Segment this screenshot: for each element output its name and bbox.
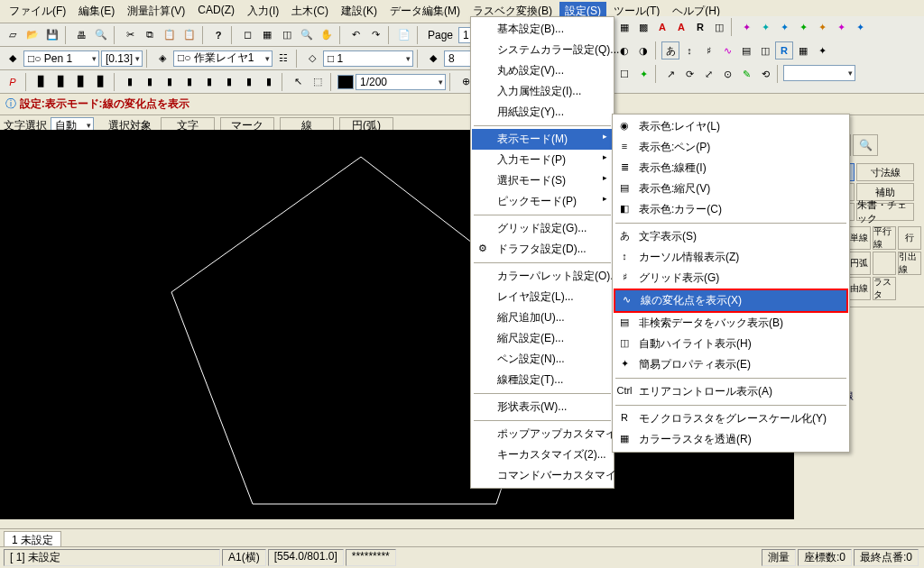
win-icon[interactable]: ▦ [258, 26, 276, 44]
r2-6-icon[interactable]: ∿ [718, 41, 736, 60]
menu1-item-24[interactable]: キーカスタマイズ(2)... [472, 444, 613, 465]
menu-0[interactable]: ファイル(F) [4, 2, 71, 21]
r3-1-icon[interactable]: ☐ [615, 65, 633, 83]
r2-10-icon[interactable]: ▦ [794, 41, 812, 60]
col3-icon[interactable]: ▮ [161, 73, 179, 91]
col4-icon[interactable]: ▮ [180, 73, 199, 91]
arrow2-icon[interactable]: ⬚ [309, 73, 327, 91]
pensize-combo[interactable]: [0.13] [101, 50, 143, 67]
undo-icon[interactable]: ↶ [346, 26, 365, 44]
r3-6-icon[interactable]: ⊙ [718, 65, 736, 83]
tool-9[interactable]: 引出線 [898, 252, 921, 275]
wall4-icon[interactable]: ▊ [92, 73, 110, 91]
submenu-item-9[interactable]: ∿線の変化点を表示(X) [614, 289, 848, 313]
r3-7-icon[interactable]: ✎ [737, 65, 755, 83]
r1-9-icon[interactable]: ✦ [775, 18, 793, 36]
r1-11-icon[interactable]: ✦ [813, 18, 831, 36]
paste-icon[interactable]: 📋 [161, 26, 179, 44]
layer-icon[interactable]: ◆ [4, 50, 22, 68]
r2-5-icon[interactable]: ♯ [699, 41, 717, 60]
redo-icon[interactable]: ↷ [366, 26, 384, 44]
pen-combo[interactable]: □○ Pen 1 [23, 50, 99, 67]
col8-icon[interactable]: ▮ [260, 73, 278, 91]
r3-8-icon[interactable]: ⟲ [756, 65, 774, 83]
menu-1[interactable]: 編集(E) [73, 2, 120, 21]
new-icon[interactable]: ▱ [4, 26, 22, 44]
r3-combo[interactable] [783, 65, 855, 81]
menu1-item-7[interactable]: 入力モード(P) [472, 150, 613, 170]
tool-2[interactable]: 単線 [847, 226, 871, 250]
tool-13[interactable]: ラスタ [873, 277, 896, 300]
scale-combo[interactable]: □ 1 [323, 50, 413, 67]
r1-6-icon[interactable]: ◫ [710, 18, 728, 36]
r1-2-icon[interactable]: ▩ [634, 18, 652, 36]
r1-10-icon[interactable]: ✦ [794, 18, 812, 36]
menu1-item-18[interactable]: ペン設定(N)... [472, 349, 613, 370]
cat-5[interactable]: 朱書・チェック [856, 203, 914, 221]
submenu-item-6[interactable]: あ文字表示(S) [614, 226, 848, 247]
submenu-item-10[interactable]: ▤非検索データをバック表示(B) [614, 313, 848, 334]
menu1-item-9[interactable]: ピックモード(P) [472, 191, 613, 212]
r3-2-icon[interactable]: ✦ [634, 65, 652, 83]
sel-icon[interactable]: ◫ [278, 26, 296, 44]
zoom-icon[interactable]: 🔍 [298, 26, 316, 44]
ratio-combo[interactable]: 1/200 [356, 74, 446, 90]
submenu-item-0[interactable]: ◉表示色:レイヤ(L) [614, 116, 848, 137]
menu1-item-15[interactable]: レイヤ設定(L)... [472, 287, 613, 307]
pan-icon[interactable]: ✋ [318, 26, 336, 44]
menu-6[interactable]: 建設(K) [336, 2, 383, 21]
save-icon[interactable]: 💾 [43, 26, 61, 44]
col-icon[interactable]: ▮ [121, 73, 139, 91]
tool-12[interactable]: 由線 [847, 277, 871, 300]
menu1-item-17[interactable]: 縮尺設定(E)... [472, 328, 613, 349]
submenu-item-11[interactable]: ◫自動ハイライト表示(H) [614, 334, 848, 354]
menu1-item-19[interactable]: 線種設定(T)... [472, 370, 613, 390]
r2-3-icon[interactable]: あ [661, 41, 679, 60]
help-icon[interactable]: ? [209, 26, 227, 44]
menu1-item-25[interactable]: コマンドバーカスタマイズ(3)... [472, 465, 613, 486]
layerlist-icon[interactable]: ☷ [274, 50, 292, 68]
r1-4-icon[interactable]: A [672, 18, 690, 36]
layer-combo[interactable]: □○ 作業レイヤ1 [173, 50, 273, 67]
submenu-item-4[interactable]: ◧表示色:カラー(C) [614, 199, 848, 220]
r1-3-icon[interactable]: A [653, 18, 671, 36]
menu1-item-1[interactable]: システムカラー設定(Q)... [472, 40, 613, 60]
tool-8[interactable] [873, 252, 896, 275]
submenu-item-7[interactable]: ↕カーソル情報表示(Z) [614, 247, 848, 268]
tool-3[interactable]: 平行線 [873, 226, 896, 250]
tool-4[interactable]: 行 [898, 226, 921, 250]
col5-icon[interactable]: ▮ [200, 73, 218, 91]
r1-13-icon[interactable]: ✦ [851, 18, 869, 36]
arrow-icon[interactable]: ↖ [289, 73, 307, 91]
menu1-item-23[interactable]: ポップアップカスタマイズ(1)... [472, 424, 613, 444]
submenu-item-16[interactable]: Rモノクロラスタをグレースケール化(Y) [614, 408, 848, 429]
col7-icon[interactable]: ▮ [240, 73, 258, 91]
col6-icon[interactable]: ▮ [220, 73, 238, 91]
r2-8-icon[interactable]: ◫ [756, 41, 774, 60]
wall-icon[interactable]: ▊ [32, 73, 51, 91]
r2-4-icon[interactable]: ↕ [680, 41, 698, 60]
wall2-icon[interactable]: ▊ [52, 73, 70, 91]
menu1-item-3[interactable]: 入力属性設定(I)... [472, 81, 613, 102]
r3-5-icon[interactable]: ⤢ [699, 65, 717, 83]
submenu-item-12[interactable]: ✦簡易プロパティ表示(E) [614, 354, 848, 375]
menu-3[interactable]: CAD(Z) [192, 2, 240, 21]
bg-swatch[interactable] [337, 75, 354, 89]
print-icon[interactable]: 🖶 [72, 26, 90, 44]
menu-2[interactable]: 測量計算(V) [122, 2, 190, 21]
scale-icon[interactable]: ◇ [303, 50, 321, 68]
submenu-item-3[interactable]: ▤表示色:縮尺(V) [614, 179, 848, 199]
submenu-item-17[interactable]: ▦カラーラスタを透過(R) [614, 429, 848, 450]
r2-2-icon[interactable]: ◑ [634, 41, 652, 60]
r2-7-icon[interactable]: ▤ [737, 41, 755, 60]
menu1-item-16[interactable]: 縮尺追加(U)... [472, 307, 613, 328]
menu1-item-4[interactable]: 用紙設定(Y)... [472, 102, 613, 123]
col2-icon[interactable]: ▮ [141, 73, 159, 91]
r3-3-icon[interactable]: ↗ [661, 65, 679, 83]
layer2-icon[interactable]: ◈ [153, 50, 171, 68]
all-icon[interactable]: ◻ [238, 26, 256, 44]
menu1-item-2[interactable]: 丸め設定(V)... [472, 60, 613, 81]
open-icon[interactable]: 📂 [23, 26, 42, 44]
menu-7[interactable]: データ編集(M) [384, 2, 466, 21]
menu1-item-8[interactable]: 選択モード(S) [472, 170, 613, 191]
